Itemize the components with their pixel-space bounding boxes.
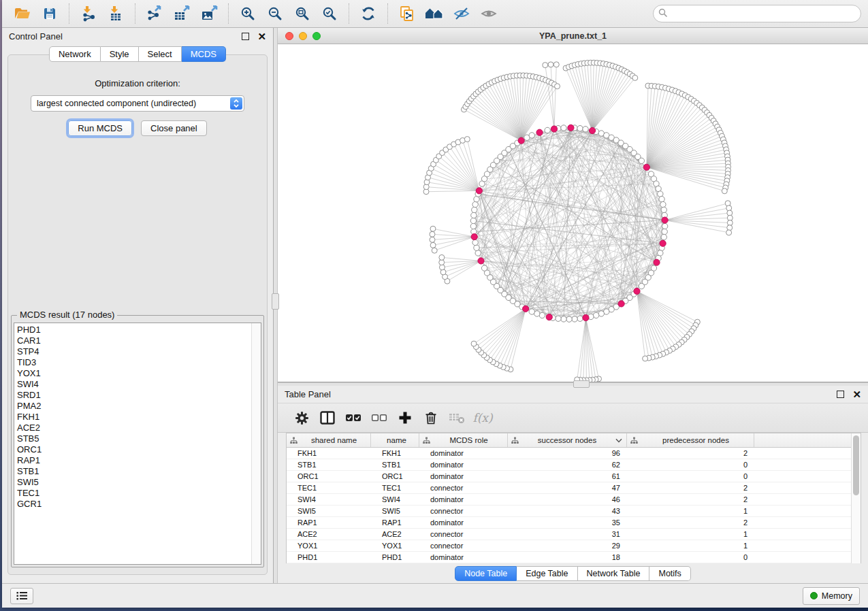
mcds-result-item[interactable]: ORC1	[17, 444, 251, 455]
cell-shared_name[interactable]: SWI5	[287, 506, 371, 516]
column-header-predecessor-nodes[interactable]: predecessor nodes	[627, 433, 754, 447]
cell-name[interactable]: SWI4	[371, 494, 419, 505]
export-image-icon[interactable]	[197, 3, 221, 24]
table-row[interactable]: ORC1ORC1dominator610	[287, 471, 851, 482]
tab-motifs[interactable]: Motifs	[649, 566, 690, 581]
cell-shared_name[interactable]: ORC1	[287, 471, 371, 482]
scrollbar-thumb[interactable]	[853, 435, 859, 495]
new-network-from-selection-icon[interactable]	[396, 3, 419, 24]
export-table-icon[interactable]	[170, 3, 193, 24]
cell-successor_nodes[interactable]: 96	[508, 448, 627, 459]
splitter-grip[interactable]	[573, 380, 590, 388]
cell-name[interactable]: STB1	[371, 459, 419, 470]
cell-mcds_role[interactable]: dominator	[419, 471, 508, 482]
cell-name[interactable]: ORC1	[371, 471, 419, 482]
cell-mcds_role[interactable]: dominator	[419, 552, 508, 563]
close-panel-icon[interactable]: ✕	[257, 31, 266, 42]
cell-shared_name[interactable]: SWI4	[287, 494, 371, 505]
tab-style[interactable]: Style	[101, 46, 139, 62]
cell-name[interactable]: FKH1	[371, 448, 419, 459]
mcds-result-item[interactable]: STB5	[17, 433, 251, 444]
cell-predecessor_nodes[interactable]: 1	[627, 506, 754, 516]
cell-successor_nodes[interactable]: 46	[508, 494, 627, 505]
cell-predecessor_nodes[interactable]: 0	[627, 459, 754, 470]
network-canvas[interactable]	[278, 44, 868, 382]
table-row[interactable]: TEC1TEC1connector472	[287, 482, 851, 494]
cell-mcds_role[interactable]: connector	[419, 506, 508, 516]
mcds-result-item[interactable]: SWI5	[17, 477, 251, 488]
cell-name[interactable]: SWI5	[371, 506, 419, 516]
close-panel-icon[interactable]: ✕	[852, 389, 861, 399]
table-row[interactable]: SWI5SWI5connector431	[287, 506, 851, 517]
show-all-eye-icon[interactable]	[477, 3, 500, 24]
cell-predecessor_nodes[interactable]: 2	[627, 517, 754, 528]
mcds-list-scrollbar[interactable]	[251, 323, 261, 564]
search-input[interactable]	[653, 5, 861, 22]
save-session-icon[interactable]	[38, 3, 61, 24]
column-header-MCDS-role[interactable]: MCDS role	[419, 433, 508, 447]
zoom-fit-icon[interactable]	[291, 3, 314, 24]
table-row[interactable]: YOX1YOX1connector291	[287, 540, 851, 552]
cell-successor_nodes[interactable]: 18	[508, 552, 627, 563]
open-session-icon[interactable]	[11, 3, 34, 24]
cell-shared_name[interactable]: RAP1	[287, 517, 371, 528]
cell-shared_name[interactable]: YOX1	[287, 540, 371, 551]
cell-successor_nodes[interactable]: 47	[508, 482, 627, 493]
cell-successor_nodes[interactable]: 43	[508, 506, 627, 516]
zoom-selected-icon[interactable]	[318, 3, 341, 24]
table-settings-gear-icon[interactable]	[291, 408, 312, 428]
table-row[interactable]: ACE2ACE2connector311	[287, 529, 851, 540]
column-header-shared-name[interactable]: shared name	[287, 433, 371, 447]
float-panel-icon[interactable]	[242, 33, 249, 40]
cell-predecessor_nodes[interactable]: 0	[627, 471, 754, 482]
mcds-result-item[interactable]: STP4	[17, 346, 251, 357]
mcds-result-item[interactable]: RAP1	[17, 455, 251, 466]
cell-name[interactable]: PHD1	[371, 552, 419, 563]
refresh-layout-icon[interactable]	[357, 3, 380, 24]
add-column-plus-icon[interactable]	[395, 408, 415, 428]
table-row[interactable]: STB1STB1dominator620	[287, 459, 851, 471]
mcds-result-item[interactable]: YOX1	[17, 368, 251, 379]
table-row[interactable]: RAP1RAP1dominator352	[287, 517, 851, 529]
cell-mcds_role[interactable]: connector	[419, 529, 508, 540]
cell-name[interactable]: RAP1	[371, 517, 419, 528]
cell-name[interactable]: ACE2	[371, 529, 419, 540]
mcds-result-item[interactable]: TID3	[17, 357, 251, 368]
import-network-icon[interactable]	[77, 3, 100, 24]
column-header-successor-nodes[interactable]: successor nodes	[508, 433, 627, 447]
cell-predecessor_nodes[interactable]: 2	[627, 494, 754, 505]
cell-predecessor_nodes[interactable]: 1	[627, 540, 754, 551]
mcds-result-item[interactable]: ACE2	[17, 423, 251, 433]
cell-shared_name[interactable]: STB1	[287, 459, 371, 470]
cell-mcds_role[interactable]: dominator	[419, 517, 508, 528]
table-row[interactable]: SWI4SWI4dominator462	[287, 494, 851, 506]
mcds-result-item[interactable]: SWI4	[17, 379, 251, 390]
cell-mcds_role[interactable]: connector	[419, 482, 508, 493]
tab-select[interactable]: Select	[139, 46, 182, 62]
cell-successor_nodes[interactable]: 29	[508, 540, 627, 551]
cell-predecessor_nodes[interactable]: 2	[627, 448, 754, 459]
close-panel-button[interactable]: Close panel	[141, 120, 207, 136]
mcds-result-item[interactable]: CAR1	[17, 335, 251, 346]
cell-mcds_role[interactable]: dominator	[419, 448, 508, 459]
cell-shared_name[interactable]: PHD1	[287, 552, 371, 563]
cell-shared_name[interactable]: ACE2	[287, 529, 371, 540]
table-vertical-scrollbar[interactable]	[851, 433, 861, 563]
table-row[interactable]: FKH1FKH1dominator962	[287, 448, 851, 459]
mcds-result-item[interactable]: TEC1	[17, 488, 251, 499]
show-columns-icon[interactable]	[317, 408, 338, 428]
mcds-result-item[interactable]: GCR1	[17, 499, 251, 510]
cell-successor_nodes[interactable]: 62	[508, 459, 627, 470]
cell-shared_name[interactable]: FKH1	[287, 448, 371, 459]
splitter-grip[interactable]	[272, 293, 279, 310]
float-panel-icon[interactable]	[837, 391, 844, 398]
cell-successor_nodes[interactable]: 61	[508, 471, 627, 482]
export-network-icon[interactable]	[143, 3, 166, 24]
mcds-result-item[interactable]: FKH1	[17, 412, 251, 423]
tab-network[interactable]: Network	[49, 46, 101, 62]
mcds-result-item[interactable]: PMA2	[17, 401, 251, 412]
cell-mcds_role[interactable]: dominator	[419, 459, 508, 470]
cell-name[interactable]: TEC1	[371, 482, 419, 493]
tab-mcds[interactable]: MCDS	[182, 46, 226, 62]
select-all-icon[interactable]	[343, 408, 364, 428]
